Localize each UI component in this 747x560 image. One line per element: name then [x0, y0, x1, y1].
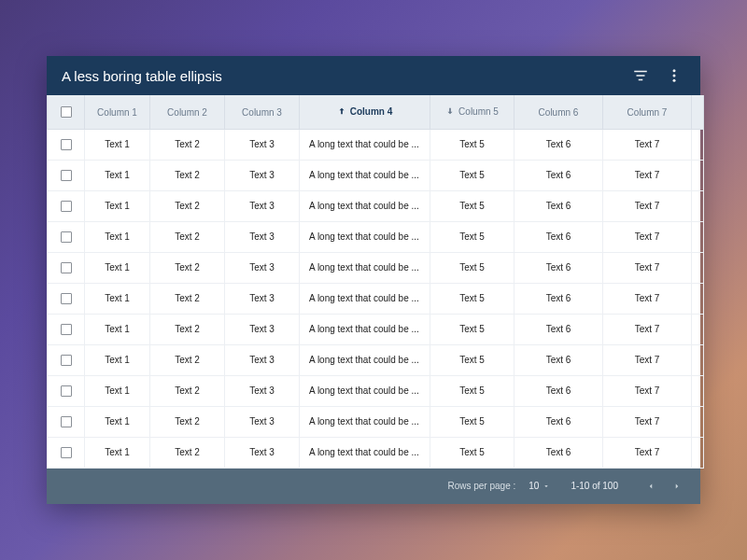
table-cell: Text 1 [85, 406, 150, 437]
table-row[interactable]: Text 1Text 2Text 3A long text that could… [48, 406, 704, 437]
column-header-2[interactable]: Column 2 [150, 95, 225, 129]
table-cell: Text 2 [150, 190, 225, 221]
next-page-button[interactable] [667, 476, 687, 497]
table-cell: A long text that could be ... [300, 221, 430, 252]
rows-per-page-label: Rows per page : [447, 481, 515, 491]
table-cell: Text 1 [85, 344, 150, 375]
row-checkbox-cell [48, 221, 85, 252]
table-cell: A long text that could be ... [300, 190, 430, 221]
card-title: A less boring table ellipsis [62, 68, 618, 84]
row-checkbox[interactable] [61, 385, 72, 397]
arrow-down-icon [445, 106, 455, 118]
row-checkbox[interactable] [61, 293, 72, 304]
prev-page-button[interactable] [641, 476, 661, 497]
row-checkbox-cell [48, 129, 85, 160]
table-cell: Text 1 [85, 437, 150, 468]
table-cell: Text 5 [430, 252, 514, 283]
row-checkbox[interactable] [61, 324, 72, 335]
row-checkbox-cell [48, 406, 85, 437]
row-checkbox[interactable] [61, 201, 72, 212]
row-spacer [692, 190, 704, 221]
table-cell: Text 2 [150, 221, 225, 252]
table-cell: Text 7 [603, 160, 692, 190]
row-checkbox[interactable] [61, 447, 72, 458]
table-cell: Text 5 [430, 221, 514, 252]
table-cell: Text 5 [430, 160, 514, 190]
chevron-right-icon [672, 482, 682, 491]
table-row[interactable]: Text 1Text 2Text 3A long text that could… [48, 437, 704, 468]
table-row[interactable]: Text 1Text 2Text 3A long text that could… [48, 344, 704, 375]
table-cell: Text 1 [85, 283, 150, 314]
table-cell: Text 5 [430, 437, 514, 468]
row-checkbox[interactable] [61, 355, 72, 366]
table-cell: Text 7 [603, 375, 692, 406]
row-spacer [692, 221, 704, 252]
table-cell: A long text that could be ... [300, 252, 430, 283]
row-spacer [692, 437, 704, 468]
select-all-checkbox[interactable] [61, 106, 72, 118]
table-cell: Text 6 [514, 252, 603, 283]
table-row[interactable]: Text 1Text 2Text 3A long text that could… [48, 283, 704, 314]
table-cell: Text 1 [85, 375, 150, 406]
column-header-6[interactable]: Column 6 [514, 95, 603, 129]
table-cell: Text 7 [603, 437, 692, 468]
row-checkbox-cell [48, 437, 85, 468]
table-cell: Text 6 [514, 437, 603, 468]
more-vert-icon[interactable] [663, 64, 685, 87]
table-cell: Text 3 [225, 344, 300, 375]
row-checkbox[interactable] [61, 416, 72, 427]
table-cell: Text 1 [85, 221, 150, 252]
row-checkbox-cell [48, 252, 85, 283]
table-cell: Text 7 [603, 406, 692, 437]
row-spacer [692, 252, 704, 283]
table-body: Text 1Text 2Text 3A long text that could… [48, 129, 704, 468]
table-cell: Text 6 [514, 406, 603, 437]
row-checkbox[interactable] [61, 139, 72, 150]
table-cell: Text 6 [514, 283, 603, 314]
table-cell: Text 1 [85, 190, 150, 221]
arrow-up-icon [337, 106, 346, 118]
table-cell: Text 3 [225, 252, 300, 283]
table-cell: Text 2 [150, 344, 225, 375]
table-cell: Text 2 [150, 437, 225, 468]
table-cell: A long text that could be ... [300, 283, 430, 314]
row-spacer [692, 160, 704, 190]
table-row[interactable]: Text 1Text 2Text 3A long text that could… [48, 160, 704, 190]
svg-point-2 [673, 79, 676, 82]
table-cell: Text 6 [514, 221, 603, 252]
table-row[interactable]: Text 1Text 2Text 3A long text that could… [48, 190, 704, 221]
table-cell: Text 5 [430, 129, 514, 160]
table-cell: Text 2 [150, 406, 225, 437]
row-spacer [692, 283, 704, 314]
row-checkbox-cell [48, 344, 85, 375]
column-header-7[interactable]: Column 7 [603, 95, 692, 129]
table-row[interactable]: Text 1Text 2Text 3A long text that could… [48, 252, 704, 283]
table-cell: Text 5 [430, 406, 514, 437]
table-cell: Text 5 [430, 375, 514, 406]
table-row[interactable]: Text 1Text 2Text 3A long text that could… [48, 375, 704, 406]
rows-per-page-select[interactable]: 10 [529, 481, 550, 491]
table-row[interactable]: Text 1Text 2Text 3A long text that could… [48, 221, 704, 252]
table-cell: Text 5 [430, 344, 514, 375]
filter-icon[interactable] [629, 64, 652, 87]
row-checkbox[interactable] [61, 262, 72, 273]
column-header-5[interactable]: Column 5 [430, 95, 514, 129]
row-checkbox[interactable] [61, 170, 72, 181]
table-cell: Text 6 [514, 129, 603, 160]
table-cell: Text 1 [85, 160, 150, 190]
table-cell: Text 3 [225, 283, 300, 314]
row-spacer [692, 314, 704, 344]
column-header-1[interactable]: Column 1 [85, 95, 150, 129]
table-cell: Text 6 [514, 314, 603, 344]
table-row[interactable]: Text 1Text 2Text 3A long text that could… [48, 129, 704, 160]
table-cell: Text 3 [225, 190, 300, 221]
table-cell: Text 7 [603, 283, 692, 314]
row-checkbox[interactable] [61, 231, 72, 243]
table-cell: Text 5 [430, 314, 514, 344]
table-cell: Text 5 [430, 190, 514, 221]
column-header-4[interactable]: Column 4 [300, 95, 430, 129]
table-footer: Rows per page : 10 1-10 of 100 [47, 469, 700, 504]
table-row[interactable]: Text 1Text 2Text 3A long text that could… [48, 314, 704, 344]
column-header-3[interactable]: Column 3 [225, 95, 300, 129]
table-cell: A long text that could be ... [300, 160, 430, 190]
